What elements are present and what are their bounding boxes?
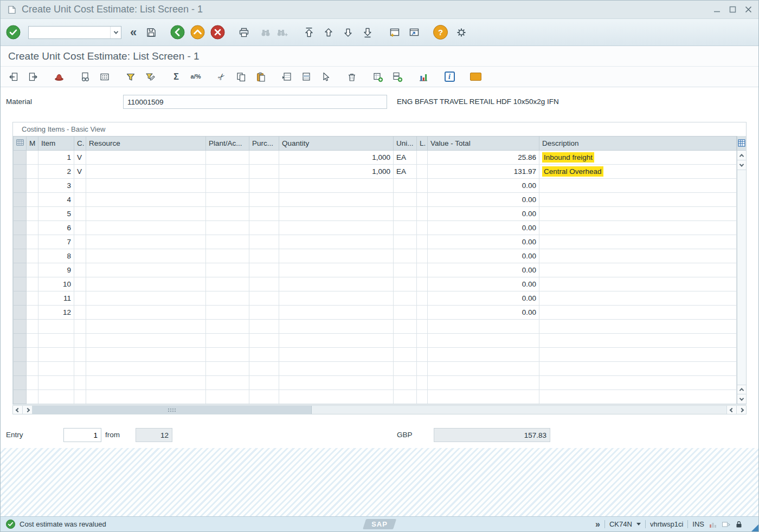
horizontal-scroll-track[interactable] (312, 406, 726, 414)
cell-plant[interactable] (206, 277, 249, 291)
row-selector-cell[interactable] (14, 221, 27, 235)
cell-value[interactable]: 25.86 (428, 151, 539, 165)
cell-unit[interactable] (394, 263, 417, 277)
cell-qty[interactable] (279, 207, 394, 221)
cell-value[interactable]: 131.97 (428, 165, 539, 179)
column-header-unit[interactable]: Uni... (394, 137, 417, 151)
row-selector-cell[interactable] (14, 179, 27, 193)
cell-l[interactable] (417, 207, 428, 221)
cell-purc[interactable] (249, 179, 279, 193)
cell-unit[interactable] (394, 348, 417, 362)
cell-plant[interactable] (206, 263, 249, 277)
column-header-item[interactable]: Item (38, 137, 74, 151)
row-selector-cell[interactable] (14, 263, 27, 277)
row-selector-cell[interactable] (14, 165, 27, 179)
cell-value[interactable]: 0.00 (428, 277, 539, 291)
cell-value[interactable] (428, 320, 539, 334)
percentage-button[interactable]: a/% (188, 69, 203, 85)
cell-item[interactable]: 2 (38, 165, 74, 179)
cell-purc[interactable] (249, 376, 279, 390)
cell-c[interactable] (74, 306, 86, 320)
copy-button[interactable] (234, 69, 249, 85)
row-selector-cell[interactable] (14, 348, 27, 362)
cell-value[interactable]: 0.00 (428, 291, 539, 306)
scroll-down-button[interactable] (737, 160, 746, 170)
cell-desc[interactable] (539, 193, 737, 207)
costing-row[interactable]: 100.00 (14, 277, 737, 291)
create-shortcut-button[interactable] (406, 24, 422, 41)
cell-c[interactable] (74, 277, 86, 291)
find-next-button[interactable] (274, 24, 290, 41)
cell-item[interactable]: 10 (38, 277, 74, 291)
cell-l[interactable] (417, 376, 428, 390)
cell-m[interactable] (27, 151, 38, 165)
cell-c[interactable] (74, 291, 86, 306)
cell-c[interactable] (74, 207, 86, 221)
cell-desc[interactable]: Inbound freight (539, 151, 737, 165)
cell-l[interactable] (417, 151, 428, 165)
cell-m[interactable] (27, 348, 38, 362)
row-selector-cell[interactable] (14, 390, 27, 404)
cell-item[interactable]: 3 (38, 179, 74, 193)
cell-l[interactable] (417, 306, 428, 320)
switch-display-hat-button[interactable] (52, 69, 67, 85)
row-selector-cell[interactable] (14, 235, 27, 249)
cell-unit[interactable] (394, 362, 417, 376)
cell-plant[interactable] (206, 193, 249, 207)
sum-button[interactable]: Σ (169, 69, 184, 85)
cell-desc[interactable] (539, 235, 737, 249)
column-header-quantity[interactable]: Quantity (279, 137, 394, 151)
costing-row[interactable] (14, 320, 737, 334)
cell-resource[interactable] (86, 348, 206, 362)
cell-qty[interactable] (279, 193, 394, 207)
cell-c[interactable] (74, 362, 86, 376)
cell-qty[interactable] (279, 179, 394, 193)
paste-button[interactable] (253, 69, 268, 85)
cell-qty[interactable] (279, 390, 394, 404)
cell-item[interactable]: 5 (38, 207, 74, 221)
cell-plant[interactable] (206, 165, 249, 179)
cell-c[interactable] (74, 348, 86, 362)
cell-l[interactable] (417, 348, 428, 362)
cell-qty[interactable] (279, 320, 394, 334)
cell-plant[interactable] (206, 362, 249, 376)
cell-resource[interactable] (86, 221, 206, 235)
cell-l[interactable] (417, 291, 428, 306)
cell-purc[interactable] (249, 390, 279, 404)
cell-c[interactable] (74, 263, 86, 277)
cell-m[interactable] (27, 249, 38, 263)
horizontal-scrollbar[interactable] (12, 405, 747, 414)
command-input[interactable] (29, 27, 110, 38)
vertical-scroll-track[interactable] (737, 170, 746, 385)
costing-row[interactable]: 60.00 (14, 221, 737, 235)
cell-desc[interactable] (539, 221, 737, 235)
display-mode-button[interactable] (78, 69, 93, 85)
scroll-down-bottom-button[interactable] (737, 394, 746, 404)
cancel-button[interactable] (210, 25, 225, 40)
new-session-button[interactable] (387, 24, 403, 41)
cell-item[interactable] (38, 320, 74, 334)
performance-icon[interactable] (709, 520, 717, 529)
cell-desc[interactable] (539, 249, 737, 263)
copy-line-button[interactable] (390, 69, 405, 85)
last-page-button[interactable] (359, 24, 376, 41)
costing-row[interactable]: 30.00 (14, 179, 737, 193)
row-selector-cell[interactable] (14, 151, 27, 165)
cell-purc[interactable] (249, 306, 279, 320)
scroll-right-end-button[interactable] (736, 406, 746, 414)
row-selector-cell[interactable] (14, 291, 27, 306)
cell-item[interactable] (38, 334, 74, 348)
cell-resource[interactable] (86, 390, 206, 404)
back-button[interactable] (170, 25, 185, 40)
cell-value[interactable]: 0.00 (428, 221, 539, 235)
costing-row[interactable]: 70.00 (14, 235, 737, 249)
cell-value[interactable] (428, 362, 539, 376)
cell-qty[interactable] (279, 263, 394, 277)
cell-l[interactable] (417, 277, 428, 291)
cell-m[interactable] (27, 207, 38, 221)
cell-item[interactable] (38, 362, 74, 376)
cell-plant[interactable] (206, 390, 249, 404)
minimize-icon[interactable] (713, 6, 721, 13)
cell-c[interactable] (74, 376, 86, 390)
costing-row[interactable] (14, 390, 737, 404)
